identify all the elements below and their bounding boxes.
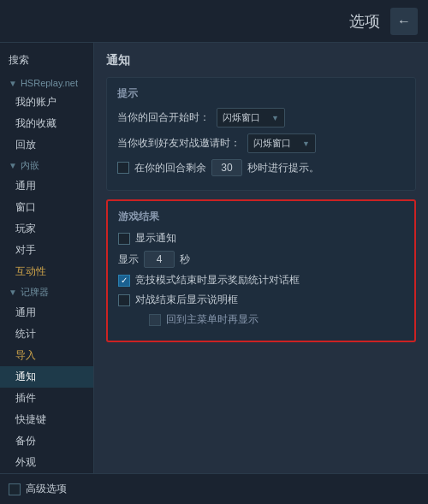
- main-layout: 搜索 ▼ HSReplay.net 我的账户 我的收藏 回放 ▼ 内嵌 通用 窗…: [0, 43, 428, 473]
- back-to-menu-checkbox[interactable]: [149, 314, 161, 326]
- hint-friend-invite-value: 闪烁窗口: [253, 137, 291, 150]
- competitive-mode-checkbox[interactable]: [118, 275, 130, 287]
- sidebar-section-tracker[interactable]: ▼ 记牌器: [0, 282, 93, 302]
- sidebar-item-notification[interactable]: 通知: [0, 366, 93, 388]
- page-title: 选项: [349, 11, 380, 32]
- header: 选项 ←: [0, 0, 428, 43]
- sidebar-section-hsreplay[interactable]: ▼ HSReplay.net: [0, 74, 93, 92]
- sidebar-item-mycollection[interactable]: 我的收藏: [0, 113, 93, 134]
- footer: 高级选项: [0, 473, 428, 504]
- hint-friend-invite-label: 当你收到好友对战邀请时：: [117, 136, 241, 151]
- timer-suffix-label: 秒时进行提示。: [247, 161, 319, 175]
- hints-section: 提示 当你的回合开始时： 闪烁窗口 ▼ 当你收到好友对战邀请时： 闪烁窗口 ▼ …: [106, 77, 416, 191]
- sidebar-item-general[interactable]: 通用: [0, 175, 93, 197]
- advanced-options-label: 高级选项: [26, 482, 67, 496]
- timer-prefix-label: 在你的回合剩余: [134, 161, 206, 175]
- chevron-down-icon: ▼: [9, 288, 17, 297]
- back-to-menu-row: 回到主菜单时再显示: [118, 312, 404, 327]
- show-notification-row: 显示通知: [118, 231, 404, 246]
- sidebar-item-hotkey[interactable]: 快捷键: [0, 409, 93, 430]
- sidebar-search[interactable]: 搜索: [0, 50, 93, 74]
- hint-turn-start-select[interactable]: 闪烁窗口 ▼: [217, 108, 285, 127]
- game-result-title: 游戏结果: [118, 210, 404, 224]
- chevron-down-icon: ▼: [9, 161, 17, 170]
- sidebar: 搜索 ▼ HSReplay.net 我的账户 我的收藏 回放 ▼ 内嵌 通用 窗…: [0, 43, 94, 473]
- hint-turn-start-label: 当你的回合开始时：: [117, 110, 210, 125]
- sidebar-section-embedded[interactable]: ▼ 内嵌: [0, 156, 93, 175]
- advanced-options-checkbox[interactable]: [9, 483, 21, 495]
- timer-seconds-input[interactable]: [211, 159, 242, 176]
- sidebar-item-opponent[interactable]: 对手: [0, 240, 93, 261]
- timer-reminder-row: 在你的回合剩余 秒时进行提示。: [117, 159, 405, 176]
- after-game-checkbox[interactable]: [118, 294, 130, 306]
- after-game-row: 对战结束后显示说明框: [118, 293, 404, 307]
- sidebar-item-import[interactable]: 导入: [0, 345, 93, 366]
- hint-row-friend-invite: 当你收到好友对战邀请时： 闪烁窗口 ▼: [117, 133, 405, 153]
- sidebar-item-backup[interactable]: 备份: [0, 430, 93, 452]
- sidebar-section-label: 记牌器: [21, 286, 49, 299]
- content-area: 通知 提示 当你的回合开始时： 闪烁窗口 ▼ 当你收到好友对战邀请时： 闪烁窗口…: [94, 43, 428, 473]
- sidebar-item-window[interactable]: 窗口: [0, 197, 93, 218]
- back-icon: ←: [397, 14, 411, 29]
- hint-row-turn-start: 当你的回合开始时： 闪烁窗口 ▼: [117, 108, 405, 127]
- display-seconds-input[interactable]: [144, 251, 175, 268]
- display-seconds-row: 显示 秒: [118, 251, 404, 268]
- sidebar-item-interactive[interactable]: 互动性: [0, 261, 93, 282]
- sidebar-item-appearance[interactable]: 外观: [0, 452, 93, 473]
- sidebar-item-myaccount[interactable]: 我的账户: [0, 92, 93, 113]
- sidebar-item-stats[interactable]: 统计: [0, 323, 93, 345]
- after-game-label: 对战结束后显示说明框: [135, 293, 238, 307]
- chevron-down-icon: ▼: [271, 114, 279, 122]
- show-notification-label: 显示通知: [135, 231, 176, 246]
- content-title: 通知: [106, 53, 416, 68]
- chevron-down-icon: ▼: [302, 139, 310, 148]
- sidebar-item-plugin[interactable]: 插件: [0, 388, 93, 409]
- back-to-menu-label: 回到主菜单时再显示: [166, 312, 259, 327]
- hints-title: 提示: [117, 86, 405, 101]
- back-button[interactable]: ←: [390, 8, 418, 35]
- game-result-section: 游戏结果 显示通知 显示 秒 竞技模式结束时显示奖励统计对话框 对战结束后显示说…: [106, 199, 416, 342]
- chevron-down-icon: ▼: [9, 79, 17, 88]
- hint-turn-start-value: 闪烁窗口: [223, 111, 260, 124]
- competitive-mode-label: 竞技模式结束时显示奖励统计对话框: [135, 273, 300, 288]
- hint-friend-invite-select[interactable]: 闪烁窗口 ▼: [247, 133, 316, 153]
- display-prefix: 显示: [118, 252, 139, 267]
- sidebar-item-replay[interactable]: 回放: [0, 134, 93, 156]
- sidebar-section-label: 内嵌: [21, 159, 39, 172]
- sidebar-item-tracker-general[interactable]: 通用: [0, 302, 93, 323]
- show-notification-checkbox[interactable]: [118, 233, 130, 245]
- display-suffix: 秒: [180, 252, 190, 267]
- competitive-mode-row: 竞技模式结束时显示奖励统计对话框: [118, 273, 404, 288]
- sidebar-section-label: HSReplay.net: [21, 78, 78, 88]
- sidebar-item-player[interactable]: 玩家: [0, 218, 93, 240]
- timer-reminder-checkbox[interactable]: [117, 162, 129, 174]
